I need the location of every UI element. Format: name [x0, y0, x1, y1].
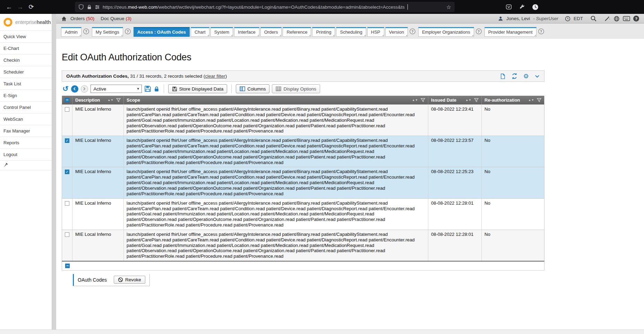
tab-my-settings-help-icon[interactable]: ?: [125, 28, 131, 34]
reauthorization-cell: No: [482, 105, 544, 136]
globe-icon[interactable]: [613, 16, 620, 22]
sidebar-item-e-sign[interactable]: E-Sign: [0, 90, 52, 102]
user-name[interactable]: Jones, Levi: [506, 16, 530, 21]
url-bar[interactable]: https://zeus.med-web.com/webchart/wctlev…: [75, 2, 455, 12]
table-row[interactable]: MIE Local Inferno launch/patient openid …: [62, 104, 544, 136]
undo-icon[interactable]: ↺: [62, 85, 69, 92]
oauth-codes-grid: OAuth Authorization Codes, 31 / 31 recor…: [62, 70, 544, 286]
footer-tab-panel: OAuth Codes Revoke: [73, 274, 150, 286]
timezone-label: EDT: [574, 16, 583, 21]
tab-chart[interactable]: Chart: [191, 27, 209, 37]
tab-my-settings[interactable]: My Settings: [92, 27, 123, 37]
sidebar-item-checkin[interactable]: Checkin: [0, 54, 52, 66]
sidebar-item-task-list[interactable]: Task List: [0, 78, 52, 90]
lock-filter-icon[interactable]: [154, 86, 160, 92]
sidebar-item-quick-view[interactable]: Quick View: [0, 31, 52, 43]
clear-filter-link[interactable]: clear filter: [205, 74, 225, 79]
clock-icon[interactable]: [565, 16, 570, 22]
sort-arrows-icon[interactable]: ▲▼: [108, 99, 114, 102]
filter-funnel-icon[interactable]: [421, 98, 425, 102]
refresh-icon[interactable]: [511, 73, 518, 79]
row-checkbox[interactable]: ✓: [65, 138, 69, 143]
gear-icon[interactable]: ⚙: [523, 72, 529, 80]
home-icon[interactable]: [61, 16, 67, 22]
filter-funnel-icon[interactable]: [537, 98, 541, 102]
select-all-checkbox-bottom[interactable]: −: [65, 264, 70, 268]
tab-scheduling[interactable]: Scheduling: [336, 27, 366, 37]
tab-orders[interactable]: Orders: [260, 27, 282, 37]
row-checkbox[interactable]: ✓: [65, 170, 69, 174]
filter-funnel-icon[interactable]: [474, 98, 479, 102]
sort-arrows-icon[interactable]: ▲▼: [465, 99, 472, 102]
select-all-checkbox[interactable]: −: [65, 98, 69, 102]
doc-queue-link[interactable]: Doc Queue (3): [101, 16, 131, 21]
table-row[interactable]: MIE Local Inferno launch/patient openid …: [62, 230, 544, 261]
wrench-icon[interactable]: [518, 3, 525, 10]
app-logo[interactable]: enterprisehealth: [0, 14, 52, 31]
save-filter-icon[interactable]: [144, 85, 151, 92]
help-icon[interactable]: ?: [633, 16, 639, 22]
column-header-description[interactable]: Description ▲▼: [72, 96, 124, 104]
revoke-button[interactable]: Revoke: [114, 276, 145, 284]
previous-page-button[interactable]: [71, 85, 78, 93]
grid-title: OAuth Authorization Codes,: [66, 74, 129, 79]
tab-reference[interactable]: Reference: [283, 27, 311, 37]
issued-date-cell: 08-08-2022 12:23:41: [428, 105, 482, 136]
column-header-re-authorization[interactable]: Re-authorization ▲▼: [482, 96, 544, 104]
tab-employer-organizations[interactable]: Employer Organizations: [418, 27, 474, 37]
store-displayed-data-button[interactable]: Store Displayed Data: [168, 84, 227, 93]
footer-tab-oauth-codes[interactable]: OAuth Codes: [73, 274, 112, 286]
sort-arrows-icon[interactable]: ▲▼: [528, 99, 534, 102]
tab-provider-management-help-icon[interactable]: ?: [538, 28, 544, 34]
status-filter-select[interactable]: Active ▼: [91, 85, 142, 93]
pocket-save-icon[interactable]: [505, 3, 512, 10]
sidebar-item-webscan[interactable]: WebScan: [0, 113, 52, 125]
row-checkbox[interactable]: [65, 232, 69, 237]
tab-version-help-icon[interactable]: ?: [410, 28, 415, 34]
grid-record-summary: 31 / 31 records, 2 records selected (: [130, 74, 205, 79]
next-page-button[interactable]: [81, 85, 88, 93]
collapse-chevron-icon[interactable]: [534, 74, 540, 79]
filter-funnel-icon[interactable]: [116, 98, 121, 102]
tab-version[interactable]: Version: [385, 27, 408, 37]
tab-employer-organizations-help-icon[interactable]: ?: [476, 28, 482, 34]
column-header-scope[interactable]: Scope ▲▼: [124, 96, 428, 104]
tab-access-oauth-codes[interactable]: Access : OAuth Codes: [134, 27, 190, 37]
tab-provider-management[interactable]: Provider Management: [484, 27, 536, 37]
table-row[interactable]: MIE Local Inferno launch/patient openid …: [62, 198, 544, 230]
history-clock-icon[interactable]: [532, 3, 539, 10]
columns-button[interactable]: Columns: [236, 84, 269, 93]
new-record-icon[interactable]: [500, 73, 506, 79]
tab-hsp[interactable]: HSP: [367, 27, 384, 37]
wand-icon[interactable]: [604, 16, 610, 22]
sidebar-item-fax-manager[interactable]: Fax Manager: [0, 125, 52, 137]
orders-link[interactable]: Orders (50): [70, 16, 94, 21]
row-checkbox[interactable]: [65, 107, 69, 112]
browser-forward-button[interactable]: →: [15, 2, 26, 12]
tab-system[interactable]: System: [211, 27, 233, 37]
sidebar-item-logout[interactable]: Logout: [0, 149, 52, 161]
columns-icon: [240, 86, 245, 91]
table-row[interactable]: ✓ MIE Local Inferno launch/patient openi…: [62, 136, 544, 167]
table-row[interactable]: ✓ MIE Local Inferno launch/patient openi…: [62, 167, 544, 198]
sidebar-item-scheduler[interactable]: Scheduler: [0, 66, 52, 78]
browser-reload-button[interactable]: ⟳: [26, 2, 37, 12]
tab-printing[interactable]: Printing: [312, 27, 335, 37]
sidebar-item-reports[interactable]: Reports: [0, 137, 52, 149]
tab-admin-help-icon[interactable]: ?: [83, 28, 89, 34]
browser-back-button[interactable]: ←: [3, 2, 15, 12]
keyboard-icon[interactable]: [623, 16, 630, 21]
column-header-issued-date[interactable]: Issued Date ▲▼: [428, 96, 482, 104]
select-all-header-cell: −: [62, 96, 72, 104]
display-options-button[interactable]: Display Options: [272, 84, 320, 93]
tab-admin[interactable]: Admin: [61, 27, 81, 37]
sidebar-item-e-chart[interactable]: E-Chart: [0, 43, 52, 54]
pin-sidebar-button[interactable]: [0, 161, 52, 170]
sort-arrows-icon[interactable]: ▲▼: [412, 99, 418, 102]
sidebar-item-control-panel[interactable]: Control Panel: [0, 102, 52, 113]
tab-interface[interactable]: Interface: [234, 27, 259, 37]
row-checkbox[interactable]: [65, 201, 69, 206]
horizontal-scrollbar[interactable]: [0, 329, 644, 334]
search-icon[interactable]: [590, 15, 597, 22]
bookmark-star-icon[interactable]: ☆: [446, 4, 451, 10]
